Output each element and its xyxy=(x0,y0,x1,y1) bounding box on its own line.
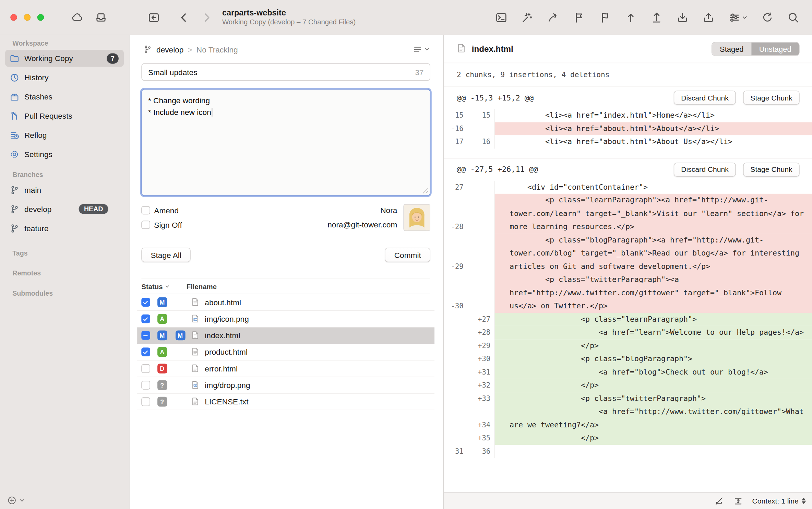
context-stepper[interactable]: Context: 1 line xyxy=(752,497,806,505)
old-line-number: -29 xyxy=(444,233,466,273)
close-button[interactable] xyxy=(10,14,17,21)
merge-button[interactable] xyxy=(573,11,585,23)
diff-line[interactable]: -16 <li><a href="about.html">About</a></… xyxy=(444,122,812,135)
refresh-button[interactable] xyxy=(761,11,774,23)
file-checkbox[interactable] xyxy=(141,381,150,389)
branch-icon xyxy=(9,185,20,195)
diff-line[interactable]: +29 </p> xyxy=(444,339,812,352)
commit-message-input[interactable]: * Change wording* Include new icon xyxy=(141,89,430,196)
diff-line[interactable]: -28 <p class="learnParagraph"><a href="h… xyxy=(444,194,812,234)
diff-line[interactable]: -30 <p class="twitterParagraph"><a href=… xyxy=(444,273,812,313)
diff-line[interactable]: -29 <p class="blogParagraph"><a href="ht… xyxy=(444,233,812,273)
diff-line[interactable]: +31 <a href="blog">Check out our blog!</… xyxy=(444,365,812,379)
file-checkbox[interactable] xyxy=(141,348,150,356)
diff-code-text: <li><a href="about.html">About</a></li> xyxy=(510,122,810,135)
search-button[interactable] xyxy=(787,11,800,23)
cloud-icon xyxy=(71,11,83,23)
diff-line[interactable]: +34 <a href="http://www.twitter.com/gitt… xyxy=(444,405,812,431)
list-options-button[interactable] xyxy=(413,44,430,54)
sidebar-item-pull-requests[interactable]: Pull Requests xyxy=(5,107,124,125)
repositories-icon[interactable] xyxy=(147,11,160,23)
tab-staged[interactable]: Staged xyxy=(712,43,751,56)
diff-line[interactable]: 3136 xyxy=(444,445,812,458)
tab-unstaged[interactable]: Unstaged xyxy=(751,43,799,56)
sidebar-item-working-copy[interactable]: Working Copy7 xyxy=(5,50,124,67)
sidebar-item-stashes[interactable]: Stashes xyxy=(5,88,124,105)
sidebar-item-main[interactable]: main xyxy=(5,181,124,199)
file-row[interactable]: ?img/drop.png xyxy=(137,377,434,393)
view-options-button[interactable] xyxy=(728,11,748,23)
old-line-number: -30 xyxy=(444,273,466,313)
sidebar-item-label: Stashes xyxy=(24,92,52,101)
file-checkbox[interactable] xyxy=(141,331,150,340)
stepper-icon[interactable] xyxy=(802,498,806,504)
diff-line[interactable]: +28 <a href="learn">Welcome to our Help … xyxy=(444,326,812,339)
stage-chunk-button[interactable]: Stage Chunk xyxy=(743,91,800,105)
chevron-down-icon xyxy=(19,498,25,504)
chevron-right-icon xyxy=(200,11,213,23)
rebase-button[interactable] xyxy=(599,11,611,23)
zoom-button[interactable] xyxy=(37,14,44,21)
forward-button[interactable] xyxy=(200,11,213,23)
diff-line[interactable]: +30 <p class="blogParagraph"> xyxy=(444,352,812,366)
sidebar-item-history[interactable]: History xyxy=(5,69,124,86)
file-row[interactable]: Aproduct.html xyxy=(137,344,434,360)
diff-line[interactable]: +35 </p> xyxy=(444,431,812,445)
file-row[interactable]: MMindex.html xyxy=(137,327,434,344)
stage-all-button[interactable]: Stage All xyxy=(141,248,191,262)
file-checkbox[interactable] xyxy=(141,398,150,406)
old-line-number: -16 xyxy=(444,122,466,135)
diff-line[interactable]: 1716 <li><a href="about.html">About Us</… xyxy=(444,135,812,149)
diff-code-text: <p class="twitterParagraph"><a href="htt… xyxy=(510,273,810,313)
diff-line[interactable]: +33 <p class="twitterParagraph"> xyxy=(444,392,812,405)
sidebar-item-label: Settings xyxy=(24,150,52,158)
apply-stash-button[interactable] xyxy=(702,11,715,23)
diff-line[interactable]: +27 <p class="learnParagraph"> xyxy=(444,312,812,326)
commit-subject-input[interactable]: Small updates 37 xyxy=(141,63,430,81)
diff-line[interactable]: 27 <div id="contentContainer"> xyxy=(444,180,812,194)
diff-line[interactable]: 1515 <li><a href="index.html">Home</a></… xyxy=(444,109,812,122)
cloud-button[interactable] xyxy=(71,11,83,23)
push-button[interactable] xyxy=(650,11,663,23)
discard-chunk-button[interactable]: Discard Chunk xyxy=(674,162,736,176)
diff-chunks: @@ -15,3 +15,2 @@Discard ChunkStage Chun… xyxy=(444,86,812,458)
column-header-status[interactable]: Status xyxy=(141,283,186,291)
minimize-button[interactable] xyxy=(24,14,31,21)
sidebar-item-settings[interactable]: Settings xyxy=(5,145,124,163)
doc-file-icon xyxy=(190,363,200,374)
diff-line[interactable]: +32 </p> xyxy=(444,379,812,392)
resize-grip[interactable] xyxy=(422,188,428,194)
sidebar-item-label: History xyxy=(24,73,48,82)
sidebar-item-develop[interactable]: developHEAD xyxy=(5,200,124,217)
file-checkbox[interactable] xyxy=(141,298,150,307)
checkout-button[interactable] xyxy=(547,11,559,23)
stash-button[interactable] xyxy=(676,11,689,23)
ignore-whitespace-icon[interactable] xyxy=(714,496,724,506)
amend-checkbox[interactable] xyxy=(141,206,150,215)
quick-actions-button[interactable] xyxy=(521,11,533,23)
file-checkbox[interactable] xyxy=(141,315,150,323)
file-checkbox[interactable] xyxy=(141,364,150,373)
file-icon xyxy=(456,43,466,55)
column-header-filename[interactable]: Filename xyxy=(187,283,217,291)
pull-button[interactable] xyxy=(624,11,637,23)
file-row[interactable]: Mabout.html xyxy=(137,294,434,311)
signoff-checkbox[interactable] xyxy=(141,221,150,229)
diff-code-cell: <p class="blogParagraph"><a href="http:/… xyxy=(494,233,812,273)
new-line-number: +27 xyxy=(467,312,495,326)
discard-chunk-button[interactable]: Discard Chunk xyxy=(674,91,736,105)
sidebar-item-reflog[interactable]: Reflog xyxy=(5,126,124,143)
archive-button[interactable] xyxy=(95,11,107,23)
line-spacing-icon[interactable] xyxy=(733,496,743,506)
file-row[interactable]: Derror.html xyxy=(137,360,434,377)
add-repository-button[interactable] xyxy=(7,496,25,505)
file-row[interactable]: Aimg/icon.png xyxy=(137,311,434,327)
terminal-button[interactable] xyxy=(495,11,508,23)
stage-chunk-button[interactable]: Stage Chunk xyxy=(743,162,800,176)
file-row[interactable]: ?LICENSE.txt xyxy=(137,394,434,410)
back-button[interactable] xyxy=(178,11,190,23)
sidebar-item-feature[interactable]: feature xyxy=(5,220,124,237)
chunk-header: @@ -15,3 +15,2 @@Discard ChunkStage Chun… xyxy=(444,86,812,109)
diff-code-text: <a href="blog">Check out our blog!</a> xyxy=(510,365,810,379)
commit-button[interactable]: Commit xyxy=(385,248,430,262)
